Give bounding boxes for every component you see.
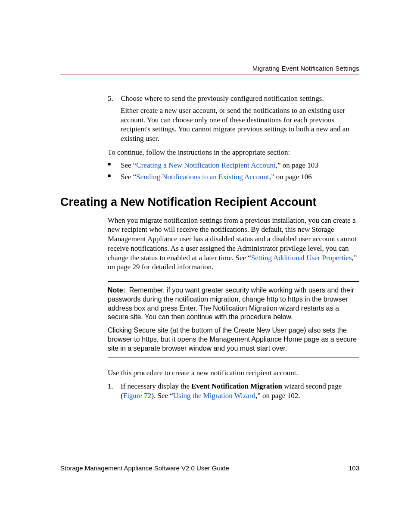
note-label: Note: [108,286,125,294]
note-body: Remember, if you want greater security w… [108,286,354,320]
procedure-intro: Use this procedure to create a new notif… [108,368,359,378]
bullet-suffix: ,” on page 103 [276,161,318,169]
list-item: See “Creating a New Notification Recipie… [108,161,359,170]
footer-page-number: 103 [349,464,359,472]
xref-link[interactable]: Setting Additional User Properties [251,254,352,262]
running-head: Migrating Event Notification Settings [60,65,359,72]
step-detail: Either create a new user account, or sen… [121,106,359,143]
page-header: Migrating Event Notification Settings [60,65,359,75]
section-heading: Creating a New Notification Recipient Ac… [60,195,359,210]
xref-link[interactable]: Creating a New Notification Recipient Ac… [136,161,275,169]
step-1: 1. If necessary display the Event Notifi… [108,382,359,401]
step-text: ,” on page 102. [255,392,300,400]
step-number: 1. [108,382,113,391]
bullet-suffix: ,” on page 106 [269,173,312,181]
xref-link[interactable]: Sending Notifications to an Existing Acc… [136,173,269,181]
note-block: Note: Remember, if you want greater secu… [108,281,359,358]
section-paragraph: When you migrate notification settings f… [108,216,359,272]
note-rule-top [108,281,359,282]
continue-instruction: To continue, follow the instructions in … [108,148,359,157]
note-rule-bottom [108,358,359,358]
bullet-prefix: See “ [121,173,136,181]
footer-doc-title: Storage Management Appliance Software V2… [60,464,229,472]
page-footer: Storage Management Appliance Software V2… [60,462,359,472]
header-rule [60,75,359,75]
bullet-prefix: See “ [121,161,136,169]
xref-link[interactable]: Using the Migration Wizard [173,392,255,400]
step-lead: Choose where to send the previously conf… [121,94,324,103]
bullet-list: See “Creating a New Notification Recipie… [108,161,359,182]
note-paragraph: Clicking Secure site (at the bottom of t… [108,326,359,353]
wizard-name: Event Notification Migration [191,382,282,390]
step-text: ). See “ [151,392,173,400]
step-number: 5. [108,94,113,103]
figure-link[interactable]: Figure 72 [123,392,152,400]
page-content: 5. Choose where to send the previously c… [60,94,359,446]
note-paragraph: Note: Remember, if you want greater secu… [108,286,359,322]
step-5: 5. Choose where to send the previously c… [108,94,359,143]
list-item: See “Sending Notifications to an Existin… [108,172,359,182]
footer-rule [60,462,359,462]
step-text: If necessary display the [121,382,191,390]
